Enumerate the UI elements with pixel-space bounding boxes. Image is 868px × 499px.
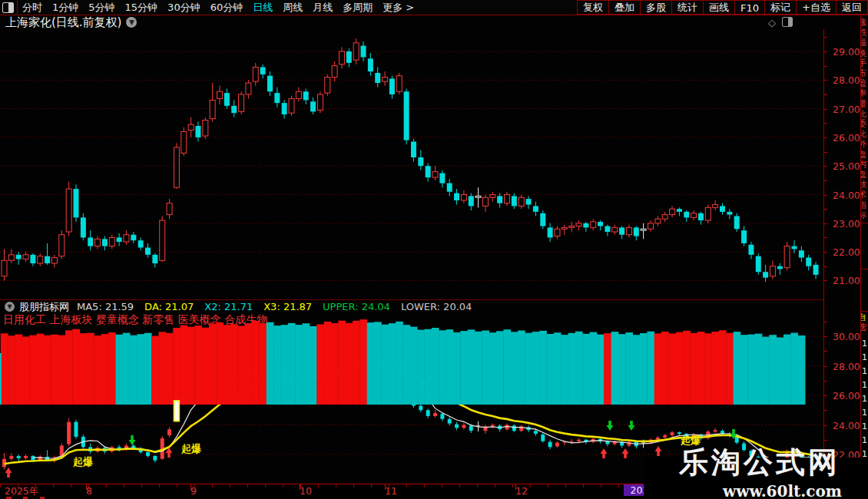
axis-tick — [823, 381, 827, 382]
side-menu-char: 比 — [860, 110, 868, 118]
trend-ribbon-block — [475, 332, 482, 405]
axis-tick — [823, 80, 827, 81]
indicator-param: LOWER: 20.04 — [401, 301, 472, 312]
candle-body — [296, 91, 301, 98]
axis-tick — [823, 351, 827, 352]
axis-tick — [823, 137, 827, 138]
collapse-chevron-icon[interactable]: ▼ — [5, 302, 15, 312]
trend-ribbon-block — [381, 325, 389, 405]
candle-body — [741, 230, 747, 243]
toolbar-button-统计[interactable]: 统计 — [671, 0, 704, 15]
candle-body — [210, 100, 215, 118]
trend-ribbon-block — [209, 324, 217, 405]
side-menu-divider — [861, 161, 868, 162]
panel-layout-icon[interactable] — [782, 17, 793, 27]
trend-ribbon-block — [51, 335, 58, 405]
toolbar-button-+自选[interactable]: +自选 — [796, 0, 837, 15]
trend-ribbon-block — [374, 322, 382, 405]
toolbar-button-多股[interactable]: 多股 — [640, 0, 672, 15]
trend-ribbon-block — [151, 336, 159, 405]
candle-body — [160, 220, 165, 260]
trend-ribbon-block — [410, 327, 418, 405]
trend-ribbon-block — [511, 332, 518, 405]
right-side-menu-strip[interactable]: 涨跌幅换手市盈率量比委比外盘内盘技术指标自选11111111111 — [860, 15, 868, 499]
side-menu-char: 外 — [860, 140, 868, 148]
month-tick — [515, 484, 516, 490]
period-tab-30分钟[interactable]: 30分钟 — [167, 1, 200, 15]
candle-body — [95, 239, 101, 246]
toolbar-button-复权[interactable]: 复权 — [577, 0, 609, 15]
mini-candle-body — [462, 425, 465, 428]
trend-ribbon-block — [784, 335, 791, 405]
period-tab-多周期[interactable]: 多周期 — [343, 1, 373, 15]
candle-body — [51, 258, 57, 263]
panel-toggle-icon[interactable] — [2, 2, 14, 13]
trend-ribbon-block — [640, 333, 648, 405]
candle-body — [713, 205, 718, 208]
candle-body — [540, 213, 545, 226]
axis-tick — [823, 123, 827, 124]
top-toolbar: 分时1分钟5分钟15分钟30分钟60分钟日线周线月线多周期更多 > 复权叠加多股… — [0, 0, 868, 15]
trend-ribbon-block — [439, 330, 446, 405]
diamond-icon[interactable]: ◇ — [768, 17, 776, 28]
trend-ribbon-block — [310, 326, 317, 405]
trend-ribbon-block — [403, 325, 410, 405]
candle-body — [383, 78, 388, 82]
candle-body — [174, 147, 179, 187]
toolbar-button-返回[interactable]: 返回 — [836, 0, 868, 15]
period-tab-更多 >[interactable]: 更多 > — [383, 1, 414, 15]
month-tick — [300, 484, 300, 490]
main-candlestick-chart[interactable] — [0, 29, 823, 299]
trend-ribbon-block — [237, 326, 245, 405]
candle-body — [705, 207, 711, 220]
mini-candle-body — [167, 429, 171, 435]
toolbar-button-F10[interactable]: F10 — [734, 0, 765, 15]
period-tab-分时[interactable]: 分时 — [22, 1, 42, 15]
side-menu-char: 量 — [860, 100, 868, 108]
trend-ribbon-block — [561, 335, 568, 405]
axis-tick — [823, 266, 827, 267]
toolbar-button-画线[interactable]: 画线 — [703, 0, 735, 15]
indicator-param: X3: 21.87 — [263, 301, 312, 312]
trend-ribbon-block — [252, 321, 260, 405]
main-price-label: 21.00 — [833, 275, 863, 286]
period-tab-60分钟[interactable]: 60分钟 — [210, 1, 244, 15]
trend-ribbon-block — [159, 332, 167, 405]
toolbar-button-标记[interactable]: 标记 — [764, 0, 797, 15]
trend-ribbon-block — [65, 330, 73, 405]
explosion-signal-label: 起爆 — [181, 443, 202, 454]
trend-ribbon-block — [446, 329, 454, 405]
trend-ribbon-block — [518, 331, 525, 405]
period-tab-周线[interactable]: 周线 — [283, 1, 303, 15]
indicator-name: 股朋指标网 — [19, 300, 69, 314]
indicator-param: DA: 21.07 — [144, 301, 194, 312]
trend-ribbon-block — [80, 333, 88, 405]
toolbar-button-叠加[interactable]: 叠加 — [608, 0, 641, 15]
trend-ribbon-block — [44, 335, 51, 405]
candle-body — [88, 237, 93, 246]
candle-body — [361, 46, 366, 58]
trend-ribbon-block — [539, 331, 547, 405]
candle-body — [203, 121, 208, 137]
trend-ribbon-block — [661, 332, 669, 405]
stock-title: 上海家化(日线.前复权) — [5, 15, 121, 30]
period-tab-15分钟[interactable]: 15分钟 — [125, 1, 158, 15]
trend-ribbon-block — [790, 333, 798, 405]
period-tab-日线[interactable]: 日线 — [253, 1, 273, 15]
period-tab-5分钟[interactable]: 5分钟 — [88, 1, 114, 15]
period-tab-月线[interactable]: 月线 — [313, 1, 333, 15]
candle-body — [720, 206, 725, 211]
candle-body — [756, 256, 761, 273]
candle-body — [548, 227, 553, 237]
candle-body — [375, 73, 380, 83]
main-price-label: 27.00 — [833, 104, 863, 115]
candle-body — [396, 76, 402, 92]
trend-ribbon-block — [29, 335, 37, 405]
chevron-down-icon[interactable]: ▼ — [126, 17, 137, 28]
axis-tick — [823, 94, 827, 95]
candle-body — [461, 195, 466, 200]
period-tab-1分钟[interactable]: 1分钟 — [52, 1, 78, 15]
watermark-url: www.60lt.com — [723, 482, 842, 499]
side-menu-char: 选 — [860, 323, 868, 332]
mini-candle-body — [714, 430, 717, 431]
